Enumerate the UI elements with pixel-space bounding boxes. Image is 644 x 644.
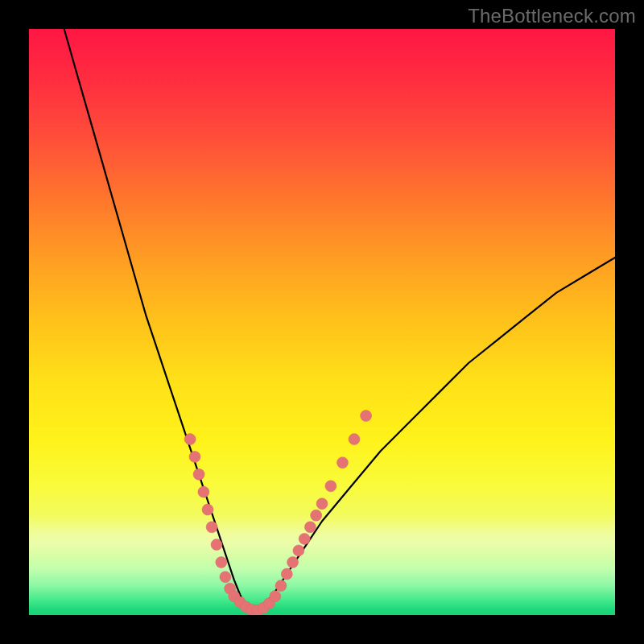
curve-marker [216, 557, 227, 568]
curve-marker [211, 539, 222, 551]
bottleneck-curve [64, 29, 615, 612]
watermark-text: TheBottleneck.com [468, 5, 636, 27]
curve-marker [206, 522, 217, 533]
curve-marker [287, 557, 299, 568]
curve-marker [202, 504, 213, 515]
curve-layer [29, 29, 615, 615]
curve-marker [189, 451, 200, 462]
curve-marker [337, 457, 349, 469]
curve-marker [220, 572, 231, 583]
curve-marker [275, 580, 287, 592]
curve-marker [299, 533, 310, 544]
curve-marker [184, 434, 196, 445]
plot-area [29, 29, 615, 615]
curve-marker [349, 434, 360, 445]
curve-marker [316, 498, 328, 510]
curve-marker [281, 568, 292, 580]
chart-frame: TheBottleneck.com [0, 0, 644, 644]
curve-marker [270, 591, 281, 602]
marker-layer [184, 411, 371, 616]
curve-marker [293, 545, 304, 556]
curve-marker [193, 469, 204, 480]
curve-marker [361, 411, 372, 422]
curve-marker [325, 481, 336, 492]
curve-marker [304, 522, 316, 533]
curve-marker [311, 510, 322, 521]
curve-marker [198, 486, 209, 497]
